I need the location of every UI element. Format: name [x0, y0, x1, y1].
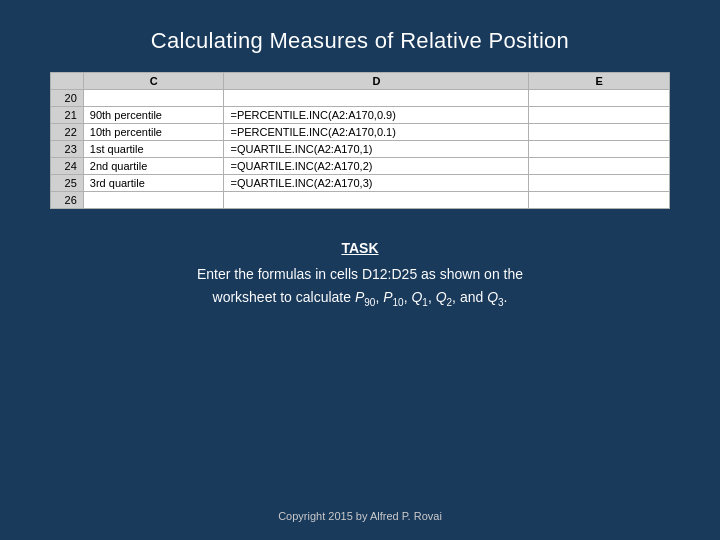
cell-col-c: 3rd quartile — [83, 175, 224, 192]
task-comma3: , — [428, 289, 436, 305]
cell-col-d: =QUARTILE.INC(A2:A170,1) — [224, 141, 529, 158]
cell-rownum: 26 — [51, 192, 84, 209]
table-row: 242nd quartile=QUARTILE.INC(A2:A170,2) — [51, 158, 670, 175]
cell-col-c: 1st quartile — [83, 141, 224, 158]
task-section: TASK Enter the formulas in cells D12:D25… — [0, 237, 720, 311]
spreadsheet-table: C D E 202190th percentile=PERCENTILE.INC… — [50, 72, 670, 209]
cell-col-d: =QUARTILE.INC(A2:A170,3) — [224, 175, 529, 192]
cell-col-e — [529, 141, 670, 158]
cell-rownum: 25 — [51, 175, 84, 192]
task-body: Enter the formulas in cells D12:D25 as s… — [0, 263, 720, 310]
cell-col-c: 90th percentile — [83, 107, 224, 124]
cell-col-e — [529, 90, 670, 107]
header-col-e: E — [529, 73, 670, 90]
table-row: 253rd quartile=QUARTILE.INC(A2:A170,3) — [51, 175, 670, 192]
cell-col-e — [529, 175, 670, 192]
cell-col-d — [224, 90, 529, 107]
table-row: 20 — [51, 90, 670, 107]
cell-col-e — [529, 158, 670, 175]
cell-rownum: 24 — [51, 158, 84, 175]
task-comma1: , — [375, 289, 383, 305]
task-q3: Q — [487, 289, 498, 305]
task-period: . — [504, 289, 508, 305]
task-line1: Enter the formulas in cells D12:D25 as s… — [197, 266, 523, 282]
header-col-c: C — [83, 73, 224, 90]
table-row: 231st quartile=QUARTILE.INC(A2:A170,1) — [51, 141, 670, 158]
cell-col-d — [224, 192, 529, 209]
task-title: TASK — [0, 237, 720, 259]
task-p90: P — [355, 289, 364, 305]
cell-col-e — [529, 107, 670, 124]
cell-rownum: 20 — [51, 90, 84, 107]
table-row: 26 — [51, 192, 670, 209]
cell-rownum: 22 — [51, 124, 84, 141]
task-q2: Q — [436, 289, 447, 305]
cell-col-d: =PERCENTILE.INC(A2:A170,0.1) — [224, 124, 529, 141]
cell-rownum: 21 — [51, 107, 84, 124]
cell-col-d: =QUARTILE.INC(A2:A170,2) — [224, 158, 529, 175]
cell-rownum: 23 — [51, 141, 84, 158]
page-title: Calculating Measures of Relative Positio… — [0, 0, 720, 72]
task-p90-sub: 90 — [364, 297, 375, 308]
cell-col-c: 10th percentile — [83, 124, 224, 141]
table-row: 2190th percentile=PERCENTILE.INC(A2:A170… — [51, 107, 670, 124]
cell-col-c: 2nd quartile — [83, 158, 224, 175]
task-and: , and — [452, 289, 487, 305]
spreadsheet-wrapper: C D E 202190th percentile=PERCENTILE.INC… — [0, 72, 720, 209]
header-col-d: D — [224, 73, 529, 90]
cell-col-c — [83, 192, 224, 209]
cell-col-c — [83, 90, 224, 107]
cell-col-e — [529, 124, 670, 141]
copyright: Copyright 2015 by Alfred P. Rovai — [0, 510, 720, 522]
cell-col-e — [529, 192, 670, 209]
table-row: 2210th percentile=PERCENTILE.INC(A2:A170… — [51, 124, 670, 141]
task-q1: Q — [411, 289, 422, 305]
cell-col-d: =PERCENTILE.INC(A2:A170,0.9) — [224, 107, 529, 124]
task-p10-sub: 10 — [393, 297, 404, 308]
task-line2-start: worksheet to calculate — [213, 289, 355, 305]
header-rownum — [51, 73, 84, 90]
task-p10: P — [383, 289, 392, 305]
